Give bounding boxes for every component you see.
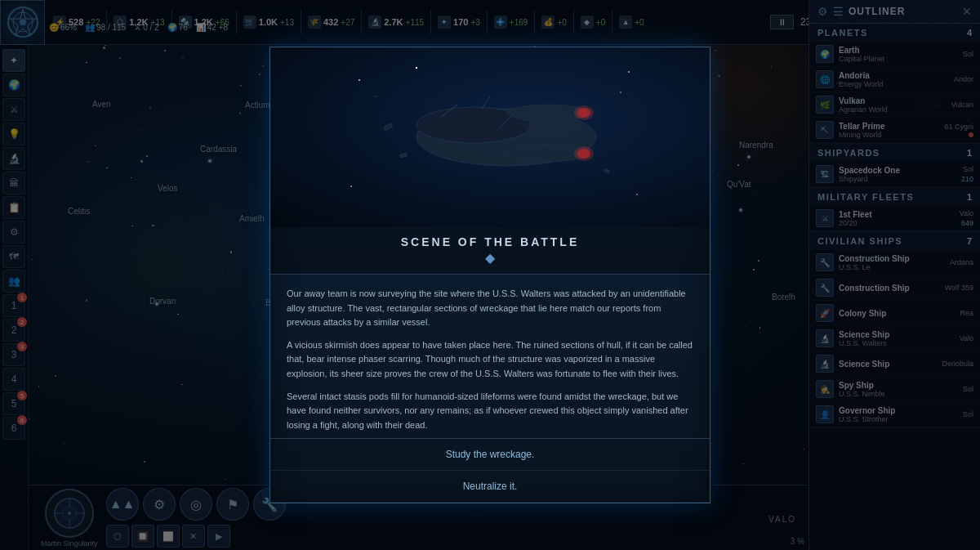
dialog-title: SCENE OF THE BATTLE: [278, 235, 702, 248]
svg-rect-16: [400, 153, 408, 158]
dialog-choices: Study the wreckage. Neutralize it.: [270, 438, 710, 503]
svg-point-11: [574, 105, 594, 120]
svg-line-14: [482, 96, 490, 109]
dialog-para-1: Our away team is now surveying the site …: [287, 287, 693, 330]
dialog-para-2: A vicious skirmish does appear to have t…: [287, 338, 693, 382]
dialog-choice-2[interactable]: Neutralize it.: [270, 471, 710, 503]
svg-point-23: [636, 194, 638, 195]
dialog-para-3: Several intact stasis pods fill for huma…: [287, 390, 693, 433]
event-dialog: SCENE OF THE BATTLE ◆ Our away team is n…: [270, 47, 710, 503]
dialog-title-bar: SCENE OF THE BATTLE ◆: [270, 227, 710, 275]
dialog-choice-1[interactable]: Study the wreckage.: [270, 439, 710, 471]
svg-point-24: [375, 96, 376, 96]
svg-point-21: [620, 92, 621, 93]
svg-point-12: [574, 146, 594, 161]
svg-point-20: [416, 67, 417, 69]
svg-point-25: [628, 71, 630, 73]
ship-silhouette: [270, 47, 710, 227]
svg-rect-18: [384, 123, 393, 131]
svg-point-19: [359, 79, 360, 81]
dialog-image: [270, 47, 710, 227]
dialog-indicator: ◆: [278, 250, 702, 266]
dialog-body: Our away team is now surveying the site …: [270, 275, 710, 438]
dialog-overlay: SCENE OF THE BATTLE ◆ Our away team is n…: [0, 0, 980, 550]
svg-rect-17: [604, 169, 609, 173]
svg-point-22: [350, 186, 352, 187]
